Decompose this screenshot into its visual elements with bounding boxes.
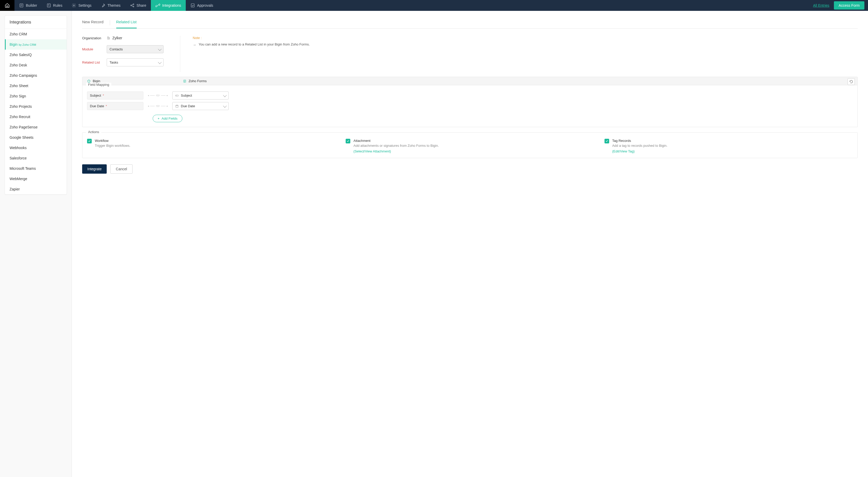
action-link[interactable]: (Edit/View Tag) bbox=[612, 149, 635, 153]
nav-label: Settings bbox=[78, 3, 91, 7]
sidebar-item-bigin[interactable]: Biginby Zoho CRM bbox=[5, 39, 67, 50]
chevron-down-icon bbox=[223, 93, 226, 97]
sidebar-item-zoho-recruit[interactable]: Zoho Recruit bbox=[5, 112, 67, 122]
forms-field-select[interactable]: Due Date bbox=[172, 102, 228, 110]
module-select[interactable]: Contacts bbox=[107, 45, 163, 53]
home-icon bbox=[5, 3, 10, 8]
action-desc: Add attachments or signatures from Zoho … bbox=[353, 143, 439, 148]
arrow-right-icon: → bbox=[193, 42, 196, 48]
checkbox-workflow[interactable] bbox=[87, 139, 92, 143]
sidebar-item-google-sheets[interactable]: Google Sheets bbox=[5, 132, 67, 143]
sidebar-item-salesforce[interactable]: Salesforce bbox=[5, 153, 67, 163]
sidebar-item-zoho-projects[interactable]: Zoho Projects bbox=[5, 101, 67, 112]
tab-divider bbox=[110, 20, 110, 25]
checkbox-attachment[interactable] bbox=[346, 139, 350, 143]
check-icon bbox=[605, 140, 609, 143]
plus-icon: + bbox=[158, 117, 160, 120]
nav-label: Approvals bbox=[197, 3, 213, 7]
svg-rect-11 bbox=[176, 105, 178, 107]
action-desc: Add a tag to records pushed to Bigin. bbox=[612, 143, 668, 148]
connector-icon bbox=[148, 94, 168, 97]
gear-icon bbox=[71, 3, 76, 8]
nav-approvals[interactable]: Approvals bbox=[186, 0, 218, 11]
sidebar-item-zoho-crm[interactable]: Zoho CRM bbox=[5, 29, 67, 39]
nav-label: Builder bbox=[26, 3, 37, 7]
forms-field-select[interactable]: Subject bbox=[172, 91, 228, 99]
sidebar-item-zoho-campaigns[interactable]: Zoho Campaigns bbox=[5, 70, 67, 81]
rules-icon bbox=[46, 3, 51, 8]
sidebar-item-webhooks[interactable]: Webhooks bbox=[5, 143, 67, 153]
tabs: New Record Related List bbox=[82, 17, 858, 29]
connector-icon bbox=[148, 105, 168, 108]
mapping-header-bigin: Bigin bbox=[87, 79, 100, 83]
svg-rect-10 bbox=[176, 95, 179, 96]
note-item: → You can add a new record to a Related … bbox=[193, 42, 858, 48]
add-fields-button[interactable]: + Add Fields bbox=[153, 115, 182, 122]
nav-rules[interactable]: Rules bbox=[42, 0, 67, 11]
text-field-icon bbox=[175, 94, 179, 97]
bigin-field: Subject* bbox=[87, 91, 144, 99]
nav-themes[interactable]: Themes bbox=[96, 0, 125, 11]
bigin-field: Due Date* bbox=[87, 102, 144, 110]
builder-icon bbox=[19, 3, 24, 8]
footer-buttons: Integrate Cancel bbox=[82, 165, 858, 174]
chevron-down-icon bbox=[223, 104, 226, 108]
mapping-header: Bigin Zoho Forms bbox=[82, 77, 858, 85]
sidebar-title: Integrations bbox=[5, 16, 67, 29]
integrate-button[interactable]: Integrate bbox=[82, 165, 107, 174]
zoho-forms-icon bbox=[183, 79, 187, 83]
svg-point-2 bbox=[73, 5, 75, 6]
calendar-icon bbox=[175, 105, 179, 108]
themes-icon bbox=[101, 3, 105, 8]
nav-label: Themes bbox=[107, 3, 121, 7]
integrations-icon bbox=[156, 3, 160, 8]
chevron-down-icon bbox=[158, 60, 161, 64]
relatedlist-value: Tasks bbox=[110, 60, 118, 64]
cancel-button[interactable]: Cancel bbox=[110, 165, 132, 174]
tab-related-list[interactable]: Related List bbox=[116, 17, 137, 28]
check-icon bbox=[346, 140, 349, 143]
sidebar-item-zoho-pagesense[interactable]: Zoho PageSense bbox=[5, 122, 67, 132]
home-button[interactable] bbox=[0, 0, 14, 11]
actions-box: Actions Workflow Trigger Bigin workflows… bbox=[82, 132, 858, 158]
required-star: * bbox=[102, 93, 104, 97]
access-form-button[interactable]: Access Form bbox=[834, 1, 864, 9]
checkbox-tag-records[interactable] bbox=[604, 139, 609, 143]
note-label: Note : bbox=[193, 36, 858, 40]
sidebar-item-zoho-sign[interactable]: Zoho Sign bbox=[5, 91, 67, 101]
approvals-icon bbox=[190, 3, 195, 8]
action-title: Attachment bbox=[353, 139, 439, 143]
nav-builder[interactable]: Builder bbox=[14, 0, 42, 11]
chevron-down-icon bbox=[158, 47, 161, 51]
content-area: New Record Related List Organization Zyl… bbox=[72, 11, 868, 477]
sidebar-item-zoho-sheet[interactable]: Zoho Sheet bbox=[5, 81, 67, 91]
relatedlist-select[interactable]: Tasks bbox=[107, 58, 163, 66]
org-value: Zylker bbox=[113, 36, 122, 40]
sidebar-item-zoho-salesiq[interactable]: Zoho SalesIQ bbox=[5, 50, 67, 60]
all-entries-link[interactable]: All Entries bbox=[808, 3, 834, 7]
action-title: Tag Records bbox=[612, 139, 668, 143]
check-icon bbox=[88, 140, 91, 143]
module-label: Module bbox=[82, 47, 107, 51]
nav-settings[interactable]: Settings bbox=[67, 0, 96, 11]
sidebar-item-webmerge[interactable]: WebMerge bbox=[5, 174, 67, 184]
refresh-icon bbox=[849, 80, 853, 84]
nav-label: Rules bbox=[53, 3, 63, 7]
actions-legend: Actions bbox=[86, 130, 101, 134]
note-text: You can add a new record to a Related Li… bbox=[199, 42, 310, 48]
field-mapping-legend: Field Mapping bbox=[86, 83, 111, 87]
mapping-row: Subject* Subject bbox=[87, 91, 853, 99]
sidebar-item-zoho-desk[interactable]: Zoho Desk bbox=[5, 60, 67, 70]
sidebar: Integrations Zoho CRM Biginby Zoho CRM Z… bbox=[0, 11, 72, 477]
tab-new-record[interactable]: New Record bbox=[82, 17, 103, 28]
refresh-button[interactable] bbox=[847, 78, 855, 85]
action-link[interactable]: (Select/View Attachment) bbox=[353, 149, 391, 153]
sidebar-item-zapier[interactable]: Zapier bbox=[5, 184, 67, 194]
bigin-icon bbox=[87, 79, 91, 83]
sidebar-item-microsoft-teams[interactable]: Microsoft Teams bbox=[5, 163, 67, 174]
nav-integrations[interactable]: Integrations bbox=[151, 0, 186, 11]
nav-share[interactable]: Share bbox=[125, 0, 151, 11]
nav-label: Integrations bbox=[162, 3, 181, 7]
building-icon bbox=[107, 36, 110, 40]
mapping-header-forms: Zoho Forms bbox=[183, 79, 207, 83]
